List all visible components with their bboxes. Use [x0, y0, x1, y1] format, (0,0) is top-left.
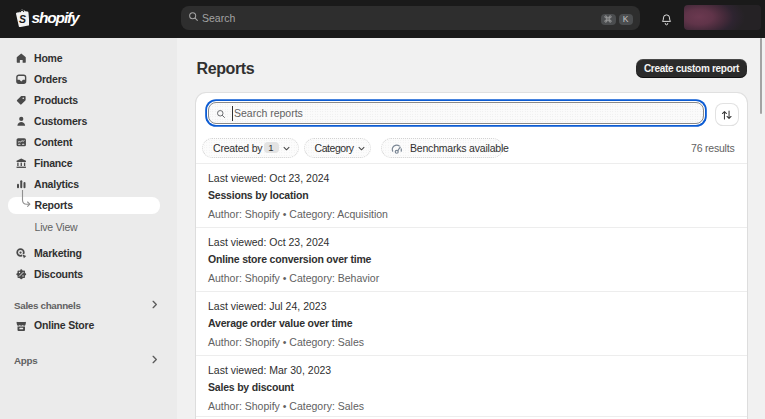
svg-text:S: S — [19, 13, 26, 25]
